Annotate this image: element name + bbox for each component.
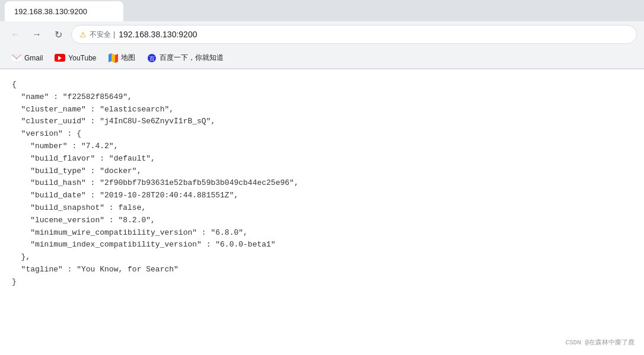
warning-icon: ⚠ [79, 30, 87, 39]
gmail-icon [12, 55, 21, 62]
svg-text:百: 百 [149, 56, 154, 62]
forward-button[interactable]: → [28, 26, 45, 43]
youtube-play-icon [58, 56, 62, 60]
maps-icon [109, 53, 118, 63]
security-indicator: ⚠ 不安全 | [79, 30, 115, 40]
reload-button[interactable]: ↻ [50, 26, 66, 43]
nav-bar: ← → ↻ ⚠ 不安全 | 192.168.38.130:9200 [0, 21, 644, 47]
active-tab[interactable]: 192.168.38.130:9200 [5, 1, 123, 21]
bookmark-baidu[interactable]: 百 百度一下，你就知道 [142, 50, 228, 65]
svg-marker-4 [115, 54, 118, 63]
watermark: CSDN @在森林中麋了鹿 [565, 338, 635, 348]
separator: | [113, 30, 115, 39]
youtube-label: YouTube [68, 54, 96, 62]
bookmarks-bar: Gmail YouTube 地图 百 百度一下，你就知道 [0, 47, 644, 69]
bookmark-maps[interactable]: 地图 [104, 50, 140, 65]
back-icon: ← [11, 29, 20, 40]
svg-marker-3 [109, 53, 111, 62]
baidu-icon: 百 [147, 53, 157, 63]
maps-label: 地图 [121, 53, 135, 63]
insecure-label: 不安全 [90, 30, 111, 40]
tab-title: 192.168.38.130:9200 [14, 7, 87, 16]
back-button[interactable]: ← [7, 26, 24, 43]
tab-bar: 192.168.38.130:9200 [0, 0, 644, 21]
json-response: { "name" : "f22582f85649", "cluster_name… [12, 79, 632, 289]
bookmark-youtube[interactable]: YouTube [50, 52, 101, 65]
svg-marker-2 [111, 53, 115, 63]
address-bar[interactable]: ⚠ 不安全 | 192.168.38.130:9200 [71, 25, 637, 44]
baidu-label: 百度一下，你就知道 [160, 53, 224, 63]
bookmark-gmail[interactable]: Gmail [7, 52, 47, 65]
forward-icon: → [32, 29, 42, 40]
url-text: 192.168.38.130:9200 [119, 30, 629, 39]
youtube-icon [55, 54, 65, 62]
gmail-label: Gmail [24, 54, 43, 62]
browser-chrome: 192.168.38.130:9200 ← → ↻ ⚠ 不安全 | 192.16… [0, 0, 644, 69]
reload-icon: ↻ [55, 29, 62, 40]
content-area: { "name" : "f22582f85649", "cluster_name… [0, 69, 644, 355]
